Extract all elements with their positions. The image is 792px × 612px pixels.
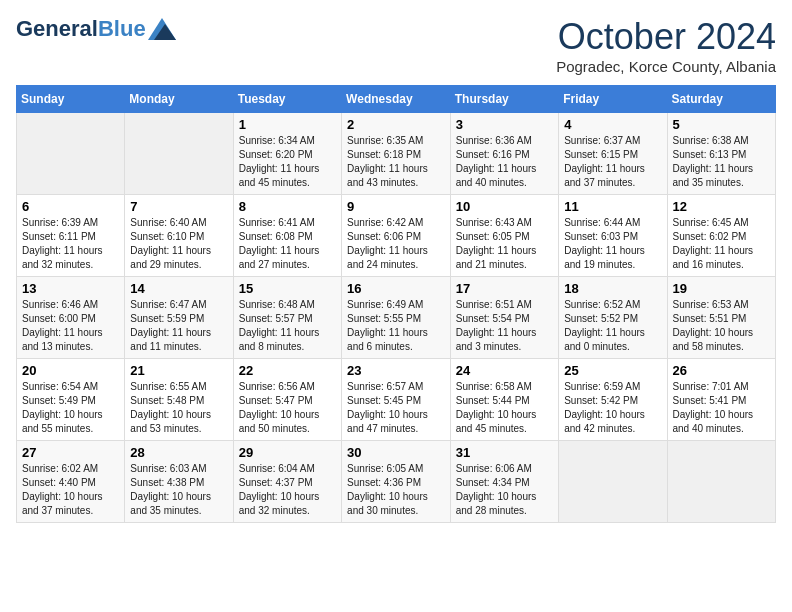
day-info: Sunrise: 6:04 AM Sunset: 4:37 PM Dayligh… (239, 462, 336, 518)
calendar-week-row: 13Sunrise: 6:46 AM Sunset: 6:00 PM Dayli… (17, 277, 776, 359)
calendar-week-row: 27Sunrise: 6:02 AM Sunset: 4:40 PM Dayli… (17, 441, 776, 523)
calendar-day-cell (17, 113, 125, 195)
calendar-week-row: 1Sunrise: 6:34 AM Sunset: 6:20 PM Daylig… (17, 113, 776, 195)
page-header: GeneralBlue October 2024 Pogradec, Korce… (16, 16, 776, 75)
day-info: Sunrise: 6:47 AM Sunset: 5:59 PM Dayligh… (130, 298, 227, 354)
day-info: Sunrise: 6:40 AM Sunset: 6:10 PM Dayligh… (130, 216, 227, 272)
day-number: 11 (564, 199, 661, 214)
calendar-table: SundayMondayTuesdayWednesdayThursdayFrid… (16, 85, 776, 523)
calendar-day-cell: 28Sunrise: 6:03 AM Sunset: 4:38 PM Dayli… (125, 441, 233, 523)
day-number: 17 (456, 281, 553, 296)
calendar-day-cell: 10Sunrise: 6:43 AM Sunset: 6:05 PM Dayli… (450, 195, 558, 277)
day-info: Sunrise: 6:56 AM Sunset: 5:47 PM Dayligh… (239, 380, 336, 436)
day-of-week-header: Saturday (667, 86, 776, 113)
calendar-day-cell: 8Sunrise: 6:41 AM Sunset: 6:08 PM Daylig… (233, 195, 341, 277)
day-of-week-header: Sunday (17, 86, 125, 113)
day-info: Sunrise: 6:51 AM Sunset: 5:54 PM Dayligh… (456, 298, 553, 354)
day-info: Sunrise: 6:49 AM Sunset: 5:55 PM Dayligh… (347, 298, 445, 354)
location-title: Pogradec, Korce County, Albania (556, 58, 776, 75)
day-number: 29 (239, 445, 336, 460)
calendar-day-cell: 18Sunrise: 6:52 AM Sunset: 5:52 PM Dayli… (559, 277, 667, 359)
calendar-day-cell: 15Sunrise: 6:48 AM Sunset: 5:57 PM Dayli… (233, 277, 341, 359)
day-number: 27 (22, 445, 119, 460)
day-number: 10 (456, 199, 553, 214)
calendar-day-cell: 5Sunrise: 6:38 AM Sunset: 6:13 PM Daylig… (667, 113, 776, 195)
day-number: 4 (564, 117, 661, 132)
day-info: Sunrise: 6:58 AM Sunset: 5:44 PM Dayligh… (456, 380, 553, 436)
day-number: 14 (130, 281, 227, 296)
day-info: Sunrise: 6:45 AM Sunset: 6:02 PM Dayligh… (673, 216, 771, 272)
logo-general: GeneralBlue (16, 16, 146, 42)
calendar-day-cell: 30Sunrise: 6:05 AM Sunset: 4:36 PM Dayli… (342, 441, 451, 523)
day-info: Sunrise: 6:52 AM Sunset: 5:52 PM Dayligh… (564, 298, 661, 354)
day-info: Sunrise: 6:37 AM Sunset: 6:15 PM Dayligh… (564, 134, 661, 190)
day-of-week-header: Tuesday (233, 86, 341, 113)
day-of-week-header: Thursday (450, 86, 558, 113)
day-info: Sunrise: 6:36 AM Sunset: 6:16 PM Dayligh… (456, 134, 553, 190)
day-number: 13 (22, 281, 119, 296)
calendar-day-cell: 7Sunrise: 6:40 AM Sunset: 6:10 PM Daylig… (125, 195, 233, 277)
day-number: 16 (347, 281, 445, 296)
day-info: Sunrise: 6:53 AM Sunset: 5:51 PM Dayligh… (673, 298, 771, 354)
calendar-day-cell: 12Sunrise: 6:45 AM Sunset: 6:02 PM Dayli… (667, 195, 776, 277)
calendar-day-cell: 16Sunrise: 6:49 AM Sunset: 5:55 PM Dayli… (342, 277, 451, 359)
day-of-week-header: Monday (125, 86, 233, 113)
calendar-day-cell: 31Sunrise: 6:06 AM Sunset: 4:34 PM Dayli… (450, 441, 558, 523)
month-title: October 2024 (556, 16, 776, 58)
calendar-day-cell: 11Sunrise: 6:44 AM Sunset: 6:03 PM Dayli… (559, 195, 667, 277)
day-number: 5 (673, 117, 771, 132)
day-info: Sunrise: 6:39 AM Sunset: 6:11 PM Dayligh… (22, 216, 119, 272)
calendar-week-row: 20Sunrise: 6:54 AM Sunset: 5:49 PM Dayli… (17, 359, 776, 441)
day-info: Sunrise: 7:01 AM Sunset: 5:41 PM Dayligh… (673, 380, 771, 436)
day-number: 18 (564, 281, 661, 296)
day-of-week-header: Wednesday (342, 86, 451, 113)
calendar-day-cell: 4Sunrise: 6:37 AM Sunset: 6:15 PM Daylig… (559, 113, 667, 195)
day-info: Sunrise: 6:43 AM Sunset: 6:05 PM Dayligh… (456, 216, 553, 272)
day-number: 25 (564, 363, 661, 378)
calendar-day-cell: 22Sunrise: 6:56 AM Sunset: 5:47 PM Dayli… (233, 359, 341, 441)
calendar-day-cell: 2Sunrise: 6:35 AM Sunset: 6:18 PM Daylig… (342, 113, 451, 195)
day-number: 6 (22, 199, 119, 214)
calendar-day-cell: 21Sunrise: 6:55 AM Sunset: 5:48 PM Dayli… (125, 359, 233, 441)
calendar-day-cell: 20Sunrise: 6:54 AM Sunset: 5:49 PM Dayli… (17, 359, 125, 441)
day-info: Sunrise: 6:59 AM Sunset: 5:42 PM Dayligh… (564, 380, 661, 436)
calendar-day-cell: 13Sunrise: 6:46 AM Sunset: 6:00 PM Dayli… (17, 277, 125, 359)
calendar-day-cell: 24Sunrise: 6:58 AM Sunset: 5:44 PM Dayli… (450, 359, 558, 441)
calendar-day-cell: 14Sunrise: 6:47 AM Sunset: 5:59 PM Dayli… (125, 277, 233, 359)
calendar-day-cell (559, 441, 667, 523)
day-info: Sunrise: 6:05 AM Sunset: 4:36 PM Dayligh… (347, 462, 445, 518)
day-number: 30 (347, 445, 445, 460)
day-number: 8 (239, 199, 336, 214)
day-number: 15 (239, 281, 336, 296)
day-info: Sunrise: 6:06 AM Sunset: 4:34 PM Dayligh… (456, 462, 553, 518)
day-number: 23 (347, 363, 445, 378)
calendar-day-cell: 25Sunrise: 6:59 AM Sunset: 5:42 PM Dayli… (559, 359, 667, 441)
day-number: 21 (130, 363, 227, 378)
day-info: Sunrise: 6:46 AM Sunset: 6:00 PM Dayligh… (22, 298, 119, 354)
calendar-day-cell: 29Sunrise: 6:04 AM Sunset: 4:37 PM Dayli… (233, 441, 341, 523)
day-number: 24 (456, 363, 553, 378)
calendar-header-row: SundayMondayTuesdayWednesdayThursdayFrid… (17, 86, 776, 113)
title-block: October 2024 Pogradec, Korce County, Alb… (556, 16, 776, 75)
calendar-day-cell: 26Sunrise: 7:01 AM Sunset: 5:41 PM Dayli… (667, 359, 776, 441)
day-info: Sunrise: 6:57 AM Sunset: 5:45 PM Dayligh… (347, 380, 445, 436)
day-number: 12 (673, 199, 771, 214)
logo: GeneralBlue (16, 16, 176, 42)
day-number: 22 (239, 363, 336, 378)
day-info: Sunrise: 6:02 AM Sunset: 4:40 PM Dayligh… (22, 462, 119, 518)
logo-icon (148, 18, 176, 40)
calendar-day-cell: 9Sunrise: 6:42 AM Sunset: 6:06 PM Daylig… (342, 195, 451, 277)
day-number: 28 (130, 445, 227, 460)
calendar-day-cell: 3Sunrise: 6:36 AM Sunset: 6:16 PM Daylig… (450, 113, 558, 195)
day-info: Sunrise: 6:03 AM Sunset: 4:38 PM Dayligh… (130, 462, 227, 518)
day-info: Sunrise: 6:42 AM Sunset: 6:06 PM Dayligh… (347, 216, 445, 272)
day-of-week-header: Friday (559, 86, 667, 113)
day-info: Sunrise: 6:34 AM Sunset: 6:20 PM Dayligh… (239, 134, 336, 190)
day-info: Sunrise: 6:48 AM Sunset: 5:57 PM Dayligh… (239, 298, 336, 354)
day-info: Sunrise: 6:55 AM Sunset: 5:48 PM Dayligh… (130, 380, 227, 436)
day-number: 19 (673, 281, 771, 296)
calendar-day-cell (667, 441, 776, 523)
day-info: Sunrise: 6:44 AM Sunset: 6:03 PM Dayligh… (564, 216, 661, 272)
day-number: 31 (456, 445, 553, 460)
day-info: Sunrise: 6:41 AM Sunset: 6:08 PM Dayligh… (239, 216, 336, 272)
